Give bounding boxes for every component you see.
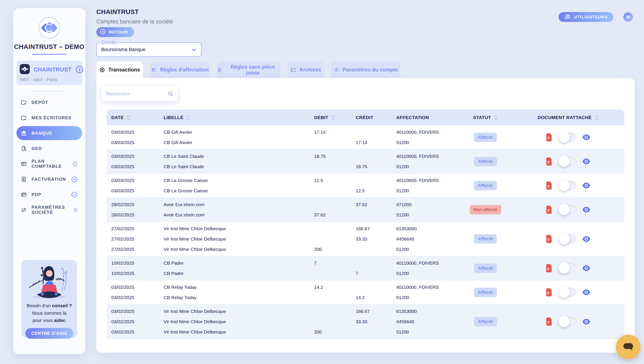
account-select[interactable]: Compte Boursorama Banque (96, 42, 202, 57)
cell-line: 51200 (396, 186, 459, 196)
search-input[interactable] (106, 91, 168, 96)
view-document-eye-icon[interactable] (582, 134, 590, 140)
sidebar-item-pdp[interactable]: PDP (16, 188, 82, 202)
tab-parametres-du-compte[interactable]: Paramètres du compte (331, 62, 400, 78)
sidebar-divider (33, 91, 66, 91)
tab-transactions[interactable]: Transactions (96, 62, 143, 78)
cell-status: Affecté (459, 175, 512, 196)
toggle-knob (558, 262, 570, 274)
avatar[interactable]: M (624, 12, 633, 22)
pdf-file-icon[interactable] (546, 235, 552, 243)
pdf-file-icon[interactable] (546, 133, 552, 141)
sidebar-item-banque[interactable]: BANQUE (16, 126, 82, 140)
column-header-libelle[interactable]: LIBELLÉ (164, 115, 314, 120)
bank-icon (21, 130, 27, 136)
sidebar-item-parametres-societe[interactable]: PARAMÈTRES SOCIÉTÉ (16, 203, 82, 217)
document-toggle[interactable] (558, 287, 576, 297)
sidebar-item-ged[interactable]: GED (16, 141, 82, 155)
tab-archives[interactable]: Archives (288, 62, 324, 78)
cell-debit: 7 (314, 258, 356, 278)
sidebar-item-mes-ecritures[interactable]: MES ÉCRITURES (16, 111, 82, 125)
column-header-document-rattache[interactable]: DOCUMENT RATTACHÉ (512, 115, 624, 120)
column-header-date[interactable]: DATE (111, 115, 164, 120)
cell-line: 4456640 (396, 234, 459, 244)
chevron-right-icon[interactable] (75, 65, 84, 74)
cell-line: 03/02/2025 (111, 292, 164, 303)
view-document-eye-icon[interactable] (582, 158, 590, 164)
document-toggle[interactable] (558, 263, 576, 273)
company-card[interactable]: c CHAINTRUST RÉF : xdc1 - Paris (16, 61, 82, 85)
sidebar-item-label: BANQUE (32, 131, 52, 136)
chevron-down-circle-icon[interactable] (71, 176, 78, 183)
cell-line: CB La Grosse Caisse (164, 175, 314, 186)
view-document-eye-icon[interactable] (582, 183, 590, 188)
users-button[interactable]: UTILISATEURS (558, 12, 613, 22)
tab-regles-d-affectation[interactable]: Règles d'affectation (150, 62, 210, 78)
document-toggle[interactable] (558, 234, 576, 244)
sort-arrows-icon[interactable] (127, 115, 130, 120)
cell-status: Affecté (459, 151, 512, 172)
cell-credit: 18.75 (356, 151, 396, 172)
sidebar-item-depot[interactable]: DÉPÔT (16, 95, 82, 109)
chevron-down-circle-icon[interactable] (71, 191, 78, 198)
column-header-debit[interactable]: DÉBIT (314, 115, 356, 120)
header-actions: UTILISATEURS M (558, 12, 633, 22)
pdf-file-icon[interactable] (546, 181, 552, 190)
back-button[interactable]: RETOUR (96, 27, 134, 37)
pdf-file-icon[interactable] (546, 288, 552, 296)
view-document-eye-icon[interactable] (582, 207, 590, 213)
toggle-knob (558, 233, 570, 245)
pdf-file-icon[interactable] (546, 206, 552, 214)
status-badge: Affecté (474, 317, 497, 326)
sort-arrows-icon[interactable] (186, 115, 190, 120)
tab-regles-sans-piece-jointe[interactable]: Règles sans pièce jointe (217, 62, 280, 78)
document-toggle[interactable] (558, 181, 576, 190)
cell-date: 28/02/202528/02/2025 (111, 199, 164, 220)
cell-line: 7 (356, 268, 396, 278)
sort-arrows-icon[interactable] (595, 115, 598, 120)
sort-arrows-icon[interactable] (332, 115, 335, 120)
sort-arrows-icon[interactable] (494, 115, 498, 120)
sidebar-item-plan-comptable[interactable]: PLAN COMPTABLE (16, 157, 82, 171)
document-toggle[interactable] (558, 156, 576, 166)
pdf-file-icon[interactable] (546, 157, 552, 165)
help-center-button[interactable]: CENTRE D'AIDE (26, 328, 73, 339)
view-document-eye-icon[interactable] (582, 319, 590, 324)
toggle-knob (558, 156, 570, 167)
table-row: 03/02/202503/02/202503/02/2025Vir Inst M… (107, 305, 624, 339)
cell-document (512, 224, 624, 254)
cell-label: Vir Inst Mme Chloe DelbecqueVir Inst Mme… (164, 306, 314, 337)
help-text: Besoin d’un conseil ? Nous sommes là pou… (22, 302, 77, 324)
pdf-file-icon[interactable] (546, 264, 552, 272)
cell-label: CB PadreCB Padre (164, 258, 314, 278)
cell-line: 03/03/2025 (111, 151, 164, 161)
cell-line: 33.33 (356, 316, 396, 327)
chip-icon (99, 67, 105, 73)
archive-folder-icon (290, 67, 296, 73)
pdf-file-icon[interactable] (546, 317, 552, 326)
chevron-down-circle-icon[interactable] (72, 160, 78, 167)
cell-line: Vir Inst Mme Chloe Delbecque (164, 234, 314, 244)
cell-date: 10/02/202510/02/2025 (111, 258, 164, 278)
view-document-eye-icon[interactable] (582, 289, 590, 295)
document-toggle[interactable] (558, 205, 576, 215)
sidebar-item-facturation[interactable]: FACTURATION (16, 172, 82, 186)
sidebar: CHAINTRUST – DEMO c CHAINTRUST (13, 8, 86, 354)
content-panel: DATELIBELLÉDÉBITCRÉDITAFFECTATIONSTATUTD… (96, 78, 634, 352)
chevron-down-circle-icon[interactable] (74, 207, 78, 213)
view-document-eye-icon[interactable] (582, 265, 590, 271)
document-toggle[interactable] (558, 317, 576, 326)
chat-button[interactable] (616, 335, 640, 359)
cell-document (512, 127, 624, 147)
cell-credit: 166.6733.33 (356, 306, 396, 337)
cell-debit: 37.62 (314, 199, 356, 220)
cell-status: Affecté (459, 306, 512, 337)
cell-line: 27/02/2025 (111, 244, 164, 254)
cell-line: 27/02/2025 (111, 234, 164, 244)
column-header-statut[interactable]: STATUT (459, 115, 512, 120)
document-toggle[interactable] (558, 132, 576, 142)
cell-line: 10/02/2025 (111, 258, 164, 268)
cell-label: Avoir Eur.shein.comAvoir Eur.shein.com (164, 199, 314, 220)
cell-line: CB Gifi Asnier (164, 137, 314, 147)
view-document-eye-icon[interactable] (582, 236, 590, 242)
